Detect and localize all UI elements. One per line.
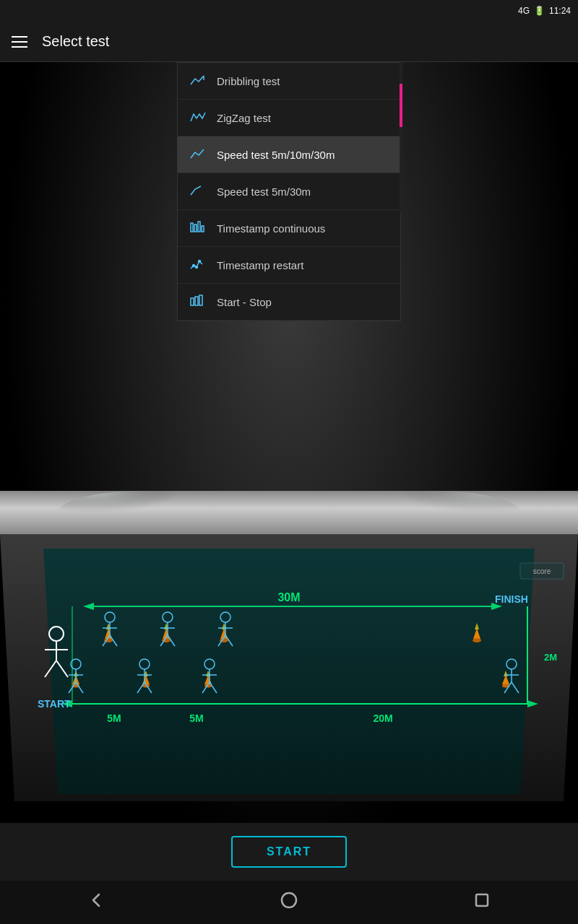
dropdown-label-timestamp-restart: Timestamp restart	[217, 259, 303, 271]
svg-text:5M: 5M	[189, 712, 203, 724]
chart-icon-dribbling	[189, 71, 208, 90]
status-bar: 4G 🔋 11:24	[0, 0, 578, 22]
svg-rect-7	[191, 298, 194, 305]
svg-point-11	[58, 491, 231, 534]
svg-point-5	[196, 266, 198, 269]
svg-rect-3	[202, 226, 204, 232]
dropdown-item-start-stop[interactable]: Start - Stop	[178, 284, 400, 321]
svg-rect-100	[476, 894, 488, 906]
test-dropdown: Dribbling test ZigZag test Speed test 5m…	[177, 62, 401, 321]
svg-rect-9	[199, 295, 202, 305]
dropdown-scrollbar[interactable]	[400, 62, 402, 214]
time-display: 11:24	[549, 6, 571, 16]
dropdown-item-zigzag[interactable]: ZigZag test	[178, 100, 400, 136]
dropdown-item-timestamp-restart[interactable]: Timestamp restart	[178, 247, 400, 284]
bottom-nav-bar	[0, 881, 578, 924]
svg-point-6	[199, 261, 201, 263]
field-visualization: 30M 5M 5M 20M 2M START FINISH	[0, 491, 578, 801]
svg-point-48	[473, 638, 481, 642]
dropdown-item-speed5m10m30m[interactable]: Speed test 5m/10m/30m	[178, 136, 400, 173]
page-title: Select test	[42, 33, 109, 50]
app-bar: Select test	[0, 22, 578, 62]
scrollbar-thumb	[400, 84, 402, 127]
svg-rect-1	[194, 225, 197, 232]
chart-icon-speed5m10m30m	[189, 145, 208, 164]
svg-point-99	[282, 893, 296, 907]
dropdown-label-zigzag: ZigZag test	[217, 112, 271, 124]
dropdown-label-timestamp-continuous: Timestamp continuous	[217, 222, 325, 235]
home-button[interactable]	[279, 890, 299, 915]
chart-icon-zigzag	[189, 108, 208, 127]
chart-icon-start-stop	[189, 292, 208, 311]
recent-apps-button[interactable]	[472, 890, 492, 915]
svg-text:5M: 5M	[107, 712, 121, 724]
svg-rect-2	[198, 222, 200, 232]
dropdown-label-speed5m10m30m: Speed test 5m/10m/30m	[217, 149, 335, 161]
chart-icon-timestamp-restart	[189, 256, 208, 274]
start-button-area: START	[0, 823, 578, 881]
chart-icon-timestamp-continuous	[189, 219, 208, 237]
dropdown-item-timestamp-continuous[interactable]: Timestamp continuous	[178, 210, 400, 247]
svg-point-4	[193, 265, 195, 267]
svg-point-12	[347, 491, 520, 534]
svg-text:2M: 2M	[544, 652, 557, 663]
svg-rect-0	[191, 223, 193, 232]
svg-text:score: score	[533, 567, 551, 575]
svg-marker-14	[43, 549, 535, 794]
svg-text:30M: 30M	[277, 591, 300, 603]
dropdown-label-start-stop: Start - Stop	[217, 296, 272, 308]
svg-text:20M: 20M	[373, 712, 392, 724]
dropdown-label-speed5m30m: Speed test 5m/30m	[217, 186, 311, 198]
battery-icon: 🔋	[534, 6, 545, 16]
svg-text:FINISH: FINISH	[495, 593, 528, 605]
signal-indicator: 4G	[518, 6, 530, 16]
dropdown-item-speed5m30m[interactable]: Speed test 5m/30m	[178, 173, 400, 210]
dropdown-label-dribbling: Dribbling test	[217, 75, 280, 87]
back-button[interactable]	[86, 890, 106, 915]
dropdown-item-dribbling[interactable]: Dribbling test	[178, 63, 400, 100]
svg-rect-8	[195, 297, 198, 305]
chart-icon-speed5m30m	[189, 182, 208, 201]
start-button[interactable]: START	[231, 836, 347, 868]
svg-text:START: START	[38, 698, 71, 710]
menu-button[interactable]	[12, 36, 27, 48]
